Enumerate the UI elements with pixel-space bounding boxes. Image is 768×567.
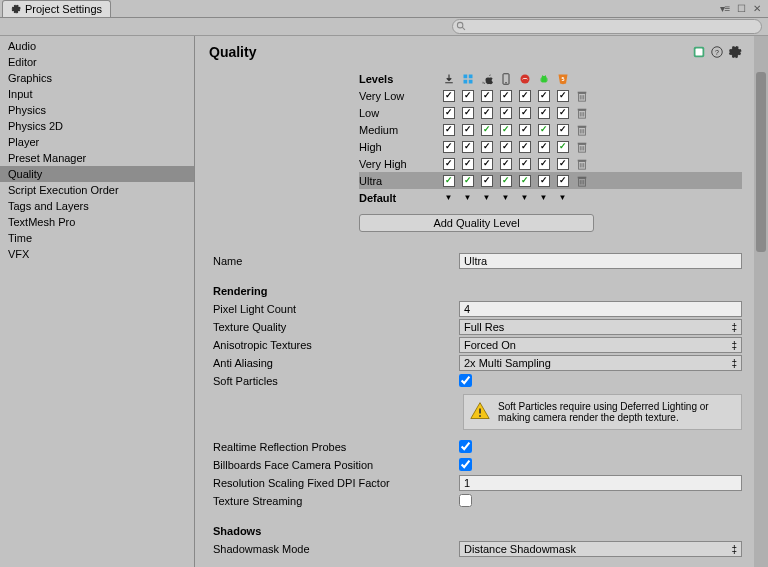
level-checkbox[interactable]: [519, 90, 531, 102]
level-checkbox[interactable]: [462, 175, 474, 187]
level-checkbox[interactable]: [462, 158, 474, 170]
level-checkbox[interactable]: [481, 124, 493, 136]
level-checkbox[interactable]: [443, 175, 455, 187]
res-scaling-input[interactable]: [459, 475, 742, 491]
sidebar-item-tags-and-layers[interactable]: Tags and Layers: [0, 198, 194, 214]
svg-rect-35: [577, 142, 586, 144]
level-checkbox[interactable]: [500, 124, 512, 136]
tex-streaming-checkbox[interactable]: [459, 494, 472, 507]
aniso-dropdown[interactable]: Forced On: [459, 337, 742, 353]
trash-icon[interactable]: [576, 157, 588, 171]
window-menu-icon[interactable]: ▾≡: [718, 3, 732, 15]
sidebar-item-time[interactable]: Time: [0, 230, 194, 246]
settings-icon[interactable]: [728, 45, 742, 59]
level-checkbox[interactable]: [481, 158, 493, 170]
billboards-checkbox[interactable]: [459, 458, 472, 471]
level-checkbox[interactable]: [519, 158, 531, 170]
level-checkbox[interactable]: [538, 107, 550, 119]
res-scaling-label: Resolution Scaling Fixed DPI Factor: [209, 477, 459, 489]
default-arrow-icon[interactable]: ▼: [483, 193, 491, 202]
sidebar-item-input[interactable]: Input: [0, 86, 194, 102]
level-checkbox[interactable]: [462, 141, 474, 153]
realtime-refl-checkbox[interactable]: [459, 440, 472, 453]
level-checkbox[interactable]: [519, 124, 531, 136]
level-checkbox[interactable]: [500, 107, 512, 119]
level-checkbox[interactable]: [443, 124, 455, 136]
level-checkbox[interactable]: [481, 175, 493, 187]
level-checkbox[interactable]: [538, 175, 550, 187]
sidebar-item-script-execution-order[interactable]: Script Execution Order: [0, 182, 194, 198]
level-checkbox[interactable]: [462, 90, 474, 102]
level-checkbox[interactable]: [462, 107, 474, 119]
default-arrow-icon[interactable]: ▼: [559, 193, 567, 202]
soft-particles-checkbox[interactable]: [459, 374, 472, 387]
sidebar-item-editor[interactable]: Editor: [0, 54, 194, 70]
level-checkbox[interactable]: [557, 90, 569, 102]
quality-level-row[interactable]: Very Low: [359, 87, 742, 104]
help-icon[interactable]: ?: [710, 45, 724, 59]
level-checkbox[interactable]: [557, 107, 569, 119]
trash-icon[interactable]: [576, 174, 588, 188]
level-checkbox[interactable]: [462, 124, 474, 136]
trash-icon[interactable]: [576, 89, 588, 103]
trash-icon[interactable]: [576, 123, 588, 137]
level-checkbox[interactable]: [557, 141, 569, 153]
level-checkbox[interactable]: [557, 124, 569, 136]
window-close-icon[interactable]: ✕: [750, 3, 764, 15]
level-checkbox[interactable]: [538, 124, 550, 136]
name-input[interactable]: [459, 253, 742, 269]
quality-level-row[interactable]: Very High: [359, 155, 742, 172]
sidebar-item-audio[interactable]: Audio: [0, 38, 194, 54]
level-checkbox[interactable]: [481, 141, 493, 153]
sidebar-item-physics[interactable]: Physics: [0, 102, 194, 118]
default-arrow-icon[interactable]: ▼: [521, 193, 529, 202]
pixel-light-input[interactable]: [459, 301, 742, 317]
level-checkbox[interactable]: [538, 90, 550, 102]
sidebar-item-physics-2d[interactable]: Physics 2D: [0, 118, 194, 134]
level-checkbox[interactable]: [443, 158, 455, 170]
quality-level-row[interactable]: Low: [359, 104, 742, 121]
level-checkbox[interactable]: [519, 141, 531, 153]
level-checkbox[interactable]: [538, 158, 550, 170]
sidebar-item-textmesh-pro[interactable]: TextMesh Pro: [0, 214, 194, 230]
level-checkbox[interactable]: [481, 90, 493, 102]
quality-level-row[interactable]: Medium: [359, 121, 742, 138]
trash-icon[interactable]: [576, 106, 588, 120]
default-arrow-icon[interactable]: ▼: [464, 193, 472, 202]
window-tab[interactable]: Project Settings: [2, 0, 111, 17]
level-checkbox[interactable]: [557, 158, 569, 170]
level-checkbox[interactable]: [500, 175, 512, 187]
window-maximize-icon[interactable]: ☐: [734, 3, 748, 15]
sidebar-item-quality[interactable]: Quality: [0, 166, 194, 182]
level-checkbox[interactable]: [443, 107, 455, 119]
level-checkbox[interactable]: [500, 90, 512, 102]
level-name: Low: [359, 107, 439, 119]
aa-dropdown[interactable]: 2x Multi Sampling: [459, 355, 742, 371]
scrollbar[interactable]: [754, 36, 768, 567]
quality-level-row[interactable]: Ultra: [359, 172, 742, 189]
sidebar-item-preset-manager[interactable]: Preset Manager: [0, 150, 194, 166]
texture-quality-dropdown[interactable]: Full Res: [459, 319, 742, 335]
add-quality-level-button[interactable]: Add Quality Level: [359, 214, 594, 232]
sidebar-item-vfx[interactable]: VFX: [0, 246, 194, 262]
default-arrow-icon[interactable]: ▼: [445, 193, 453, 202]
level-checkbox[interactable]: [443, 90, 455, 102]
level-checkbox[interactable]: [500, 141, 512, 153]
trash-icon[interactable]: [576, 140, 588, 154]
quality-level-row[interactable]: High: [359, 138, 742, 155]
level-checkbox[interactable]: [519, 107, 531, 119]
level-checkbox[interactable]: [443, 141, 455, 153]
sidebar-item-graphics[interactable]: Graphics: [0, 70, 194, 86]
level-checkbox[interactable]: [538, 141, 550, 153]
scrollbar-thumb[interactable]: [756, 72, 766, 252]
level-checkbox[interactable]: [481, 107, 493, 119]
level-checkbox[interactable]: [519, 175, 531, 187]
sidebar-item-player[interactable]: Player: [0, 134, 194, 150]
shadowmask-dropdown[interactable]: Distance Shadowmask: [459, 541, 742, 557]
preset-icon[interactable]: [692, 45, 706, 59]
search-input[interactable]: [452, 19, 762, 34]
default-arrow-icon[interactable]: ▼: [502, 193, 510, 202]
default-arrow-icon[interactable]: ▼: [540, 193, 548, 202]
level-checkbox[interactable]: [500, 158, 512, 170]
level-checkbox[interactable]: [557, 175, 569, 187]
